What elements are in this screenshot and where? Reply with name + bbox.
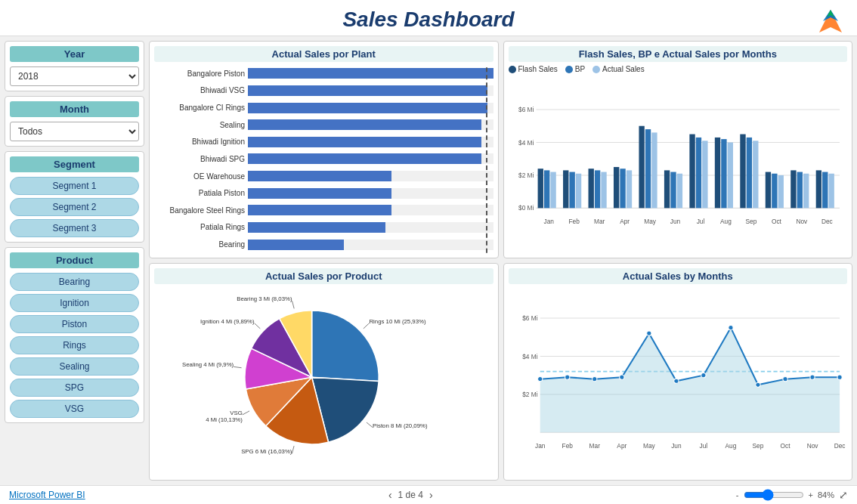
svg-rect-31 [664, 170, 669, 208]
bar-label: Bhiwadi Ignition [154, 138, 245, 146]
year-label: Year [10, 46, 139, 62]
bar-row: Patiala Rings2,3 Mi [154, 221, 493, 234]
segment-btn-2[interactable]: Segment 2 [10, 198, 139, 216]
monthly-chart-title: Actual Sales by Months [509, 268, 848, 284]
next-page-icon[interactable]: › [429, 489, 433, 501]
pie-label: Sealing 4 Mi (9,9%) [182, 361, 234, 368]
product-btn-rings[interactable]: Rings [10, 336, 139, 354]
svg-rect-15 [563, 170, 568, 208]
fullscreen-icon[interactable]: ⤢ [839, 489, 848, 501]
app-container: Sales Dashboard Year 2018 2017 2016 [0, 0, 857, 504]
svg-rect-36 [695, 138, 701, 208]
bar-row: Bangalore Steel Rings2,4 Mi [154, 203, 493, 217]
svg-rect-41 [727, 142, 732, 208]
svg-text:Dec: Dec [834, 442, 845, 450]
svg-text:$4 Mi: $4 Mi [518, 139, 534, 147]
plant-chart-panel: Actual Sales por Plant Bangalore Piston4… [149, 41, 499, 258]
svg-line-64 [255, 323, 261, 329]
data-point [837, 375, 841, 379]
bar-track: 2,4 Mi [248, 188, 493, 199]
main-area: Actual Sales por Plant Bangalore Piston4… [149, 41, 852, 481]
bar-row: Patiala Piston2,4 Mi [154, 187, 493, 200]
svg-rect-11 [537, 169, 543, 208]
svg-line-63 [234, 366, 241, 367]
data-point [755, 382, 760, 387]
svg-text:Sep: Sep [752, 442, 763, 450]
year-select[interactable]: 2018 2017 2016 [10, 66, 139, 86]
product-btn-bearing[interactable]: Bearing [10, 273, 139, 291]
svg-rect-49 [778, 175, 783, 208]
zoom-slider[interactable] [744, 489, 804, 501]
product-btn-piston[interactable]: Piston [10, 315, 139, 333]
bar-track: 2,3 Mi [248, 222, 493, 233]
product-panel: Product Bearing Ignition Piston Rings Se… [5, 247, 144, 423]
bar-fill [248, 205, 391, 215]
logo [815, 6, 846, 36]
month-panel: Month Todos [5, 96, 144, 147]
product-btn-sealing[interactable]: Sealing [10, 357, 139, 376]
zoom-minus[interactable]: - [736, 490, 739, 499]
data-point [537, 377, 542, 382]
svg-rect-53 [803, 174, 809, 209]
svg-text:Mar: Mar [589, 442, 600, 450]
flash-svg-container: $0 Mi$2 Mi$4 Mi$6 MiJanFebMarAprMayJunJu… [509, 76, 848, 253]
svg-rect-20 [594, 170, 599, 208]
zoom-plus[interactable]: + [809, 490, 813, 499]
svg-text:May: May [644, 218, 657, 225]
line-svg: $2 Mi$4 Mi$6 MiJanFebMarAprMayJunJulAugS… [509, 287, 848, 475]
segment-btn-1[interactable]: Segment 1 [10, 177, 139, 195]
product-chart-title: Actual Sales por Product [154, 268, 493, 284]
svg-rect-16 [569, 172, 574, 209]
svg-rect-55 [815, 170, 821, 208]
bar-track: 4,1 Mi [248, 68, 493, 79]
svg-rect-35 [689, 135, 695, 209]
svg-rect-39 [714, 138, 719, 208]
svg-line-61 [292, 446, 294, 453]
svg-text:$6 Mi: $6 Mi [518, 106, 534, 113]
product-btn-ignition[interactable]: Ignition [10, 294, 139, 312]
svg-text:Jan: Jan [543, 218, 554, 225]
bar-label: Bangalore Steel Rings [154, 206, 245, 215]
year-panel: Year 2018 2017 2016 [5, 41, 144, 91]
legend-dot [509, 66, 516, 73]
flash-legend: Flash SalesBPActual Sales [509, 65, 848, 73]
pie-label: Bearing 3 Mi (8,03%) [237, 295, 292, 302]
svg-rect-37 [702, 141, 707, 208]
product-btn-spg[interactable]: SPG [10, 379, 139, 397]
svg-rect-32 [670, 172, 676, 209]
bar-fill [248, 222, 385, 233]
legend-label: BP [575, 65, 585, 73]
pie-label: Piston 8 Mi (20,09%) [373, 422, 428, 429]
svg-rect-52 [797, 172, 802, 209]
prev-page-icon[interactable]: ‹ [388, 489, 392, 501]
svg-text:Jun: Jun [671, 442, 682, 450]
svg-text:Jul: Jul [696, 218, 704, 225]
powerbi-label[interactable]: Microsoft Power BI [9, 490, 85, 500]
svg-text:Sep: Sep [745, 218, 756, 225]
bar-fill [248, 103, 487, 113]
month-select[interactable]: Todos [10, 122, 139, 141]
svg-text:Oct: Oct [771, 218, 781, 225]
svg-line-62 [243, 411, 249, 415]
segment-label: Segment [10, 156, 139, 172]
svg-text:Jul: Jul [699, 442, 707, 450]
bar-label: Bearing [154, 240, 245, 249]
product-btn-vsg[interactable]: VSG [10, 400, 139, 418]
bar-track: 2,4 Mi [248, 171, 493, 181]
data-point [728, 326, 732, 330]
svg-rect-13 [550, 172, 555, 209]
legend-dot [565, 66, 573, 73]
flash-chart-panel: Flash Sales, BP e Actual Sales por Month… [503, 41, 853, 258]
data-point [619, 375, 623, 379]
bar-label: Bhiwadi SPG [154, 155, 245, 163]
footer-nav: ‹ 1 de 4 › [388, 489, 433, 501]
segment-btn-3[interactable]: Segment 3 [10, 219, 139, 237]
bar-row: Bangalore CI Rings4,0 Mi [154, 101, 493, 115]
svg-text:Nov: Nov [806, 442, 818, 450]
svg-rect-40 [721, 139, 726, 208]
svg-rect-19 [588, 169, 593, 208]
legend-item: Actual Sales [592, 65, 645, 73]
data-point [782, 377, 787, 382]
svg-text:$4 Mi: $4 Mi [522, 353, 538, 360]
segment-panel: Segment Segment 1 Segment 2 Segment 3 [5, 151, 144, 243]
